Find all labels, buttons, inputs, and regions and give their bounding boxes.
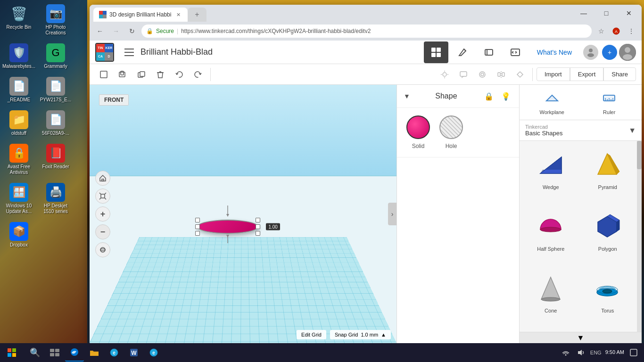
solid-option[interactable]: Solid xyxy=(406,115,430,149)
taskbar-clock[interactable]: 9:50 AM xyxy=(605,349,624,356)
edit-grid-button[interactable]: Edit Grid xyxy=(297,330,326,339)
mirror-tool[interactable] xyxy=(512,66,528,83)
delete-tool[interactable] xyxy=(152,66,169,83)
desktop-icon-pyw[interactable]: 📄 PYW217S_E... xyxy=(39,75,72,105)
tab-close-button[interactable]: ✕ xyxy=(174,11,182,18)
select-tool[interactable] xyxy=(95,66,112,83)
chrome-menu-button[interactable]: ⋮ xyxy=(625,25,638,38)
redo-button[interactable] xyxy=(190,66,206,83)
taskbar-ie2[interactable]: e xyxy=(144,344,163,362)
taskbar-folder[interactable] xyxy=(85,344,104,362)
handle-tl[interactable] xyxy=(195,218,200,222)
handle-mr[interactable] xyxy=(256,224,260,229)
handle-tr[interactable] xyxy=(256,218,260,222)
shape-item-cone[interactable]: Cone xyxy=(523,268,578,328)
duplicate-tool[interactable] xyxy=(133,66,150,83)
reload-button[interactable]: ↻ xyxy=(125,25,139,38)
network-icon[interactable] xyxy=(560,347,571,358)
taskbar-edge[interactable] xyxy=(65,344,84,362)
add-user-button[interactable]: + xyxy=(602,45,617,60)
grid-view-button[interactable] xyxy=(424,41,448,63)
desktop-icon-readme[interactable]: 📄 _README xyxy=(2,75,35,105)
browser-tab-active[interactable]: 3D design Brilliant Habbi ✕ xyxy=(93,8,188,22)
menu-icon-button[interactable] xyxy=(122,45,137,60)
zoom-in-button[interactable]: + xyxy=(95,206,110,222)
shape-info-button[interactable]: 💡 xyxy=(499,90,512,103)
home-view-button[interactable] xyxy=(95,171,110,186)
light-tool[interactable] xyxy=(436,66,453,83)
desktop-icon-hp-photo[interactable]: 📷 HP Photo Creations xyxy=(39,2,72,38)
maximize-button[interactable]: □ xyxy=(595,6,617,20)
minimize-button[interactable]: ― xyxy=(573,6,594,20)
snap-grid-control[interactable]: Snap Grid 1.0 mm ▲ xyxy=(330,330,391,339)
shape-item-polygon[interactable]: Polygon xyxy=(580,206,636,266)
simulate-button[interactable] xyxy=(477,41,501,63)
drag-handle[interactable] xyxy=(223,234,232,245)
desktop-icon-malwarebytes[interactable]: 🛡️ Malwarebytes... xyxy=(2,41,35,71)
desktop-icon-56f[interactable]: 📄 56F028A9-... xyxy=(39,108,72,138)
back-button[interactable]: ← xyxy=(93,25,107,38)
start-button[interactable] xyxy=(0,343,24,362)
zoom-out-button[interactable]: − xyxy=(95,224,110,239)
desktop-icon-dropbox[interactable]: 📦 Dropbox xyxy=(2,220,35,250)
forward-button[interactable]: → xyxy=(109,25,123,38)
shape-item-wedge[interactable]: Wedge xyxy=(523,145,578,205)
address-bar[interactable]: 🔒 Secure | https://www.tinkercad.com/thi… xyxy=(141,25,592,38)
fit-view-button[interactable] xyxy=(95,189,110,204)
new-tab-button[interactable]: + xyxy=(188,8,206,22)
build-button[interactable] xyxy=(450,41,475,63)
close-button[interactable]: ✕ xyxy=(618,6,640,20)
shape-item-half-sphere[interactable]: Half Sphere xyxy=(523,206,578,266)
flip-tool[interactable] xyxy=(493,66,510,83)
desktop-icon-win10[interactable]: 🪟 Windows 10 Update As... xyxy=(2,181,35,216)
desktop-icon-hp-deskjet[interactable]: 🖨️ HP Deskjet 1510 series xyxy=(39,181,72,216)
shape-panel-collapse[interactable]: ▼ xyxy=(404,92,410,100)
avatar[interactable] xyxy=(619,44,636,61)
svg-point-39 xyxy=(481,73,484,76)
snap-grid-arrow[interactable]: ▲ xyxy=(381,332,386,337)
handle-ml[interactable] xyxy=(195,224,200,229)
export-button[interactable]: Export xyxy=(570,67,604,81)
user-profile-button[interactable] xyxy=(583,45,598,60)
desktop-icon-avast[interactable]: 🔒 Avast Free Antivirus xyxy=(2,142,35,177)
whats-new-button[interactable]: What's New xyxy=(529,45,579,60)
bookmark-button[interactable]: ☆ xyxy=(594,25,608,38)
align-tool[interactable] xyxy=(474,66,491,83)
scrollbar-track[interactable] xyxy=(637,141,642,332)
secure-label: Secure xyxy=(156,28,174,34)
scroll-down-button[interactable]: ▼ xyxy=(520,332,642,343)
desktop-icon-oldstuff[interactable]: 📁 oldstuff xyxy=(2,108,35,138)
import-button[interactable]: Import xyxy=(537,67,570,81)
extensions-button[interactable]: A xyxy=(610,25,623,38)
ruler-button[interactable]: Ruler xyxy=(583,89,636,118)
volume-icon[interactable] xyxy=(575,347,586,358)
shape-item-pyramid[interactable]: Pyramid xyxy=(580,145,636,205)
desktop-icon-foxit[interactable]: 📕 Foxit Reader xyxy=(39,142,72,177)
code-button[interactable] xyxy=(503,41,528,63)
taskbar-search[interactable]: 🔍 xyxy=(25,344,44,362)
hole-option[interactable]: Hole xyxy=(439,115,463,149)
shapes-dropdown[interactable]: Tinkercad Basic Shapes ▼ xyxy=(520,120,642,141)
taskbar-word[interactable]: W xyxy=(124,344,143,362)
move-tool[interactable] xyxy=(114,66,131,83)
share-button[interactable]: Share xyxy=(603,67,636,81)
orbit-button[interactable] xyxy=(95,242,110,257)
3d-object[interactable]: 1.00 xyxy=(197,220,258,234)
scrollbar-thumb[interactable] xyxy=(637,141,642,169)
handle-br[interactable] xyxy=(256,231,260,236)
workplane-button[interactable]: Workplane xyxy=(525,89,579,118)
ellipse-object[interactable]: 1.00 xyxy=(197,220,258,234)
taskbar-ie[interactable]: e xyxy=(105,344,124,362)
undo-button[interactable] xyxy=(171,66,188,83)
notification-icon[interactable] xyxy=(628,347,639,358)
taskbar-task-view[interactable] xyxy=(45,344,64,362)
desktop-icon-grammarly[interactable]: G Grammarly xyxy=(39,41,72,71)
handle-bl[interactable] xyxy=(195,231,200,236)
viewport[interactable]: FRONT xyxy=(90,85,396,343)
comment-tool[interactable] xyxy=(455,66,472,83)
logo-cell-d: D xyxy=(105,52,113,61)
shape-lock-button[interactable]: 🔒 xyxy=(482,90,495,103)
desktop-icon-recycle-bin[interactable]: 🗑️ Recycle Bin xyxy=(2,2,35,38)
panel-toggle-button[interactable]: › xyxy=(388,203,396,225)
shape-item-torus[interactable]: Torus xyxy=(580,268,636,328)
